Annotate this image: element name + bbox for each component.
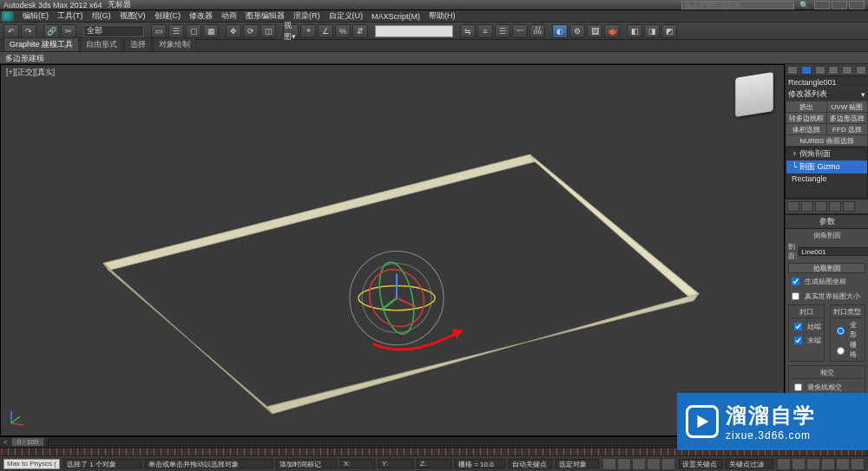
coord-z-field[interactable]: Z: bbox=[417, 459, 451, 468]
align-button[interactable]: ≡ bbox=[477, 24, 493, 38]
configure-sets-button[interactable] bbox=[843, 201, 855, 212]
select-by-name-button[interactable]: ☰ bbox=[168, 24, 184, 38]
goto-end-button[interactable] bbox=[661, 458, 675, 470]
extra-tool-3[interactable]: ◩ bbox=[661, 24, 677, 38]
modifier-list-dropdown[interactable]: 修改器列表 ▾ bbox=[786, 88, 868, 101]
remove-modifier-button[interactable] bbox=[829, 201, 841, 212]
ref-coord-button[interactable]: 视图▾ bbox=[283, 24, 299, 38]
menu-maxscript[interactable]: MAXScript(M) bbox=[368, 12, 424, 21]
frame-object[interactable] bbox=[103, 154, 699, 415]
utilities-tab-icon[interactable] bbox=[856, 66, 866, 75]
pick-profile-button[interactable]: 拾取剖面 bbox=[788, 263, 865, 273]
zoom-extents-button[interactable] bbox=[806, 458, 820, 470]
redo-button[interactable]: ↷ bbox=[21, 24, 36, 38]
key-filters-button[interactable]: 关键点过滤器 bbox=[726, 459, 773, 468]
undo-button[interactable]: ↶ bbox=[3, 24, 19, 38]
spinner-snap-button[interactable]: ⇵ bbox=[352, 24, 368, 38]
viewport[interactable]: [+][正交][真实] bbox=[0, 64, 785, 436]
stack-item-gizmo[interactable]: └ 剖面 Gizmo bbox=[786, 160, 867, 173]
move-button[interactable]: ✥ bbox=[226, 24, 241, 38]
show-end-result-button[interactable] bbox=[801, 201, 813, 212]
snap-toggle-button[interactable]: ⌖ bbox=[300, 24, 316, 38]
fov-button[interactable] bbox=[821, 458, 835, 470]
quick-btn-extrude[interactable]: 挤出 bbox=[786, 101, 826, 112]
play-button[interactable] bbox=[632, 458, 646, 470]
stack-item-rectangle[interactable]: Rectangle bbox=[786, 173, 867, 184]
set-key-button[interactable]: 设置关键点 bbox=[679, 459, 722, 468]
pin-stack-button[interactable] bbox=[787, 201, 799, 212]
max-toggle-button[interactable] bbox=[851, 458, 865, 470]
profile-name-field[interactable] bbox=[799, 247, 868, 256]
layers-button[interactable]: ☰ bbox=[495, 24, 510, 38]
prev-frame-button[interactable]: < bbox=[3, 438, 8, 446]
quick-btn-ffdsel[interactable]: FFD 选择 bbox=[827, 124, 867, 134]
quick-btn-polywire[interactable]: 转多边线框 bbox=[786, 113, 826, 123]
schematic-view-button[interactable]: 品 bbox=[529, 24, 545, 38]
help-search-input[interactable] bbox=[681, 1, 794, 10]
time-slider-thumb[interactable]: 0 / 100 bbox=[11, 437, 44, 447]
object-name-field[interactable]: Rectangle001 bbox=[786, 76, 868, 88]
coord-y-field[interactable]: Y: bbox=[378, 459, 413, 468]
menu-edit[interactable]: 编辑(E) bbox=[19, 10, 52, 22]
selected-filter[interactable]: 选定对象 bbox=[556, 459, 599, 468]
cap-start-checkbox[interactable] bbox=[794, 323, 802, 330]
select-button[interactable]: ▭ bbox=[151, 24, 167, 38]
display-tab-icon[interactable] bbox=[842, 66, 852, 75]
cap-morph-radio[interactable] bbox=[837, 327, 845, 335]
mirror-button[interactable]: ⇋ bbox=[460, 24, 476, 38]
percent-snap-button[interactable]: % bbox=[335, 24, 351, 38]
ribbon-panel-label[interactable]: 多边形建模 bbox=[0, 52, 868, 64]
search-icon[interactable]: 🔍 bbox=[799, 1, 809, 10]
menu-custom[interactable]: 自定义(U) bbox=[326, 10, 367, 22]
hierarchy-tab-icon[interactable] bbox=[815, 66, 825, 75]
coord-x-field[interactable]: X: bbox=[340, 459, 375, 468]
render-setup-button[interactable]: ⚙ bbox=[569, 24, 585, 38]
real-world-checkbox[interactable] bbox=[792, 292, 799, 300]
rendered-frame-button[interactable]: 🖼 bbox=[587, 24, 602, 38]
angle-snap-button[interactable]: ∠ bbox=[318, 24, 333, 38]
viewport-label[interactable]: [+][正交][真实] bbox=[6, 67, 55, 78]
zoom-button[interactable] bbox=[792, 458, 806, 470]
gen-map-coords-checkbox[interactable] bbox=[792, 278, 799, 285]
material-editor-button[interactable]: ◐ bbox=[552, 24, 568, 38]
create-tab-icon[interactable] bbox=[787, 66, 798, 75]
pan-view-button[interactable] bbox=[777, 458, 791, 470]
close-button[interactable] bbox=[849, 1, 865, 10]
unlink-button[interactable]: ✂ bbox=[61, 24, 76, 38]
menu-views[interactable]: 视图(V) bbox=[116, 10, 149, 22]
menu-modifiers[interactable]: 修改器 bbox=[186, 10, 216, 22]
quick-btn-volsel[interactable]: 体积选择 bbox=[786, 124, 826, 134]
named-selection-input[interactable] bbox=[375, 25, 453, 37]
curve-editor-button[interactable]: 〰 bbox=[512, 24, 528, 38]
quick-btn-nurbs[interactable]: NURBS 曲面选择 bbox=[786, 135, 867, 146]
window-crossing-button[interactable]: ▦ bbox=[203, 24, 219, 38]
menu-animation[interactable]: 动画 bbox=[218, 10, 240, 22]
selection-filter-dropdown[interactable] bbox=[83, 25, 144, 37]
motion-tab-icon[interactable] bbox=[828, 66, 838, 75]
viewcube[interactable] bbox=[735, 72, 773, 117]
render-button[interactable]: 🫖 bbox=[604, 24, 620, 38]
minimize-button[interactable] bbox=[814, 1, 830, 10]
scale-button[interactable]: ◫ bbox=[260, 24, 276, 38]
stack-item-bevelprofile[interactable]: ♀ 倒角剖面 bbox=[786, 147, 867, 160]
extra-tool-2[interactable]: ◨ bbox=[644, 24, 660, 38]
modify-tab-icon[interactable] bbox=[801, 66, 812, 75]
menu-create[interactable]: 创建(C) bbox=[151, 10, 185, 22]
app-icon[interactable] bbox=[2, 11, 14, 22]
rotate-button[interactable]: ⟳ bbox=[243, 24, 259, 38]
menu-tools[interactable]: 工具(T) bbox=[54, 10, 87, 22]
next-key-button[interactable] bbox=[647, 458, 661, 470]
auto-key-button[interactable]: 自动关键点 bbox=[509, 459, 552, 468]
ribbon-tab-selection[interactable]: 选择 bbox=[124, 37, 152, 51]
quick-btn-polysel[interactable]: 多边形选择 bbox=[827, 113, 867, 123]
menu-group[interactable]: 组(G) bbox=[89, 10, 115, 22]
quick-btn-uvw[interactable]: UVW 贴图 bbox=[827, 101, 867, 112]
select-region-button[interactable]: ▢ bbox=[186, 24, 201, 38]
modifier-stack[interactable]: ♀ 倒角剖面 └ 剖面 Gizmo Rectangle bbox=[786, 147, 868, 199]
maximize-button[interactable] bbox=[832, 1, 847, 10]
link-button[interactable]: 🔗 bbox=[43, 24, 59, 38]
grid-setting[interactable]: 栅格 = 10.0 bbox=[455, 459, 505, 468]
ribbon-tab-freeform[interactable]: 自由形式 bbox=[80, 37, 123, 51]
ribbon-tab-paint[interactable]: 对象绘制 bbox=[153, 37, 196, 51]
menu-help[interactable]: 帮助(H) bbox=[425, 10, 459, 22]
